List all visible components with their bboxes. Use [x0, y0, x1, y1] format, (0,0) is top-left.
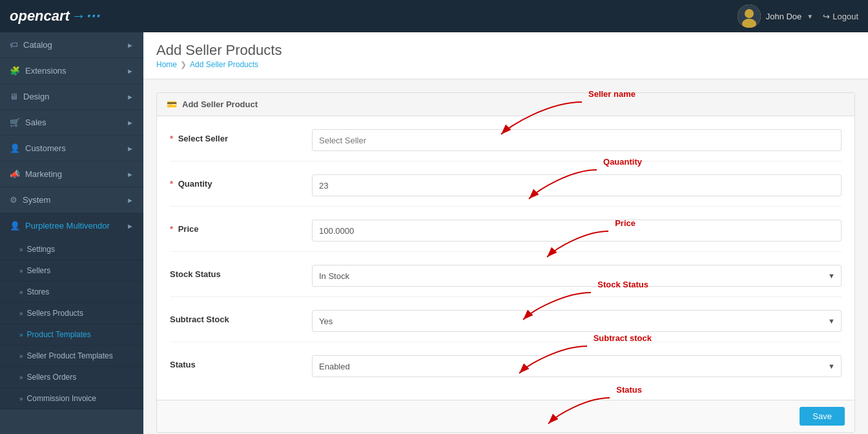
submenu-label-sellers: Sellers — [27, 266, 51, 275]
logout-icon: ↪ — [823, 12, 830, 21]
required-star: * — [170, 224, 173, 234]
sidebar-item-sellers-orders[interactable]: » Sellers Orders — [0, 367, 143, 388]
chevron-right-icon: ► — [127, 93, 134, 101]
sidebar-item-seller-product-templates[interactable]: » Seller Product Templates — [0, 346, 143, 367]
user-dropdown-icon[interactable]: ▼ — [807, 13, 813, 20]
breadcrumb-home[interactable]: Home — [156, 60, 177, 69]
form-with-annotations: Seller name Qauantity — [156, 92, 855, 433]
sub-arrow-icon: » — [19, 374, 23, 381]
form-group-stock-status: Stock Status In Stock Out Of Stock Pre-O… — [170, 265, 842, 297]
label-select-seller: * Select Seller — [170, 129, 312, 143]
label-status: Status — [170, 355, 312, 369]
logo[interactable]: opencart →⋯ — [10, 8, 99, 25]
label-price: * Price — [170, 220, 312, 234]
main-header: Add Seller Products Home ❯ Add Seller Pr… — [143, 32, 868, 79]
tag-icon: 🏷 — [10, 40, 18, 50]
sub-arrow-icon: » — [19, 353, 23, 360]
input-wrap-stock-status: In Stock Out Of Stock Pre-Order ▼ — [312, 265, 842, 287]
submenu-label-commission-invoice: Commission Invoice — [27, 394, 96, 403]
input-wrap-select-seller — [312, 129, 842, 151]
select-wrapper-subtract-stock: Yes No ▼ — [312, 310, 842, 332]
sidebar-item-marketing[interactable]: 📣 Marketing ► — [0, 161, 143, 187]
user-info: John Doe ▼ — [738, 5, 814, 28]
sidebar-label-extensions: Extensions — [25, 66, 67, 76]
sidebar-item-settings[interactable]: » Settings — [0, 239, 143, 260]
sidebar-label-design: Design — [23, 92, 49, 101]
submenu-label-stores: Stores — [27, 287, 50, 296]
sidebar-label-customers: Customers — [25, 143, 66, 153]
breadcrumb-current[interactable]: Add Seller Products — [190, 60, 258, 69]
submenu-label-settings: Settings — [27, 245, 55, 254]
cart-icon: 🛒 — [10, 118, 20, 127]
form-group-quantity: * Quantity — [170, 174, 842, 207]
sub-arrow-icon: » — [19, 310, 23, 317]
sidebar-label-sales: Sales — [25, 118, 46, 127]
select-seller-input[interactable] — [312, 129, 842, 151]
chevron-right-icon: ► — [127, 67, 134, 75]
stock-status-select[interactable]: In Stock Out Of Stock Pre-Order — [312, 265, 842, 287]
breadcrumb-separator: ❯ — [180, 60, 187, 69]
quantity-input[interactable] — [312, 174, 842, 196]
sidebar-label-system: System — [23, 195, 50, 205]
page-title: Add Seller Products — [156, 42, 282, 59]
sub-arrow-icon: » — [19, 246, 23, 253]
card-header: 💳 Add Seller Product — [157, 93, 854, 116]
puzzle-icon: 🧩 — [10, 66, 20, 76]
card-title: Add Seller Product — [182, 99, 258, 109]
sidebar: 🏷 Catalog ► 🧩 Extensions ► 🖥 Design ► 🛒 … — [0, 32, 143, 434]
subtract-stock-select[interactable]: Yes No — [312, 310, 842, 332]
sidebar-item-catalog[interactable]: 🏷 Catalog ► — [0, 32, 143, 58]
sidebar-label-purpletree: Purpletree Multivendor — [25, 221, 110, 231]
user-name: John Doe — [766, 12, 802, 21]
required-star: * — [170, 179, 173, 189]
sidebar-item-purpletree[interactable]: 👤 Purpletree Multivendor ► — [0, 213, 143, 239]
logo-icon: →⋯ — [71, 8, 99, 25]
save-button[interactable]: Save — [800, 407, 845, 426]
submenu-label-seller-product-templates: Seller Product Templates — [27, 351, 113, 360]
top-navigation: opencart →⋯ John Doe ▼ ↪ Logout — [0, 0, 868, 32]
chevron-right-icon: ► — [127, 41, 134, 49]
label-quantity: * Quantity — [170, 174, 312, 189]
form-group-status: Status Enabled Disabled ▼ — [170, 355, 842, 387]
label-subtract-stock: Subtract Stock — [170, 310, 312, 324]
logout-label: Logout — [832, 12, 858, 21]
sidebar-label-catalog: Catalog — [23, 40, 52, 50]
chevron-right-icon: ► — [127, 119, 134, 127]
sidebar-item-system[interactable]: ⚙ System ► — [0, 187, 143, 213]
form-card: 💳 Add Seller Product * Select Seller — [156, 92, 855, 433]
sidebar-item-customers[interactable]: 👤 Customers ► — [0, 136, 143, 161]
input-wrap-subtract-stock: Yes No ▼ — [312, 310, 842, 332]
chevron-right-icon: ► — [127, 222, 134, 230]
input-wrap-quantity — [312, 174, 842, 196]
sidebar-item-product-templates[interactable]: » Product Templates — [0, 324, 143, 346]
sidebar-item-sellers[interactable]: » Sellers — [0, 260, 143, 282]
person-icon: 👤 — [10, 143, 20, 153]
sidebar-item-design[interactable]: 🖥 Design ► — [0, 84, 143, 110]
form-group-subtract-stock: Subtract Stock Yes No ▼ — [170, 310, 842, 342]
topnav-right: John Doe ▼ ↪ Logout — [738, 5, 858, 28]
svg-point-1 — [745, 9, 754, 18]
monitor-icon: 🖥 — [10, 92, 18, 101]
sidebar-submenu: » Settings » Sellers » Stores » Sellers … — [0, 239, 143, 409]
sub-arrow-icon: » — [19, 267, 23, 274]
chevron-right-icon: ► — [127, 196, 134, 204]
sidebar-item-extensions[interactable]: 🧩 Extensions ► — [0, 58, 143, 84]
sidebar-item-stores[interactable]: » Stores — [0, 282, 143, 303]
sub-arrow-icon: » — [19, 331, 23, 338]
card-body: * Select Seller * Quantity — [157, 116, 854, 400]
price-input[interactable] — [312, 220, 842, 242]
input-wrap-price — [312, 220, 842, 242]
input-wrap-status: Enabled Disabled ▼ — [312, 355, 842, 377]
sidebar-item-commission-invoice[interactable]: » Commission Invoice — [0, 388, 143, 409]
status-select[interactable]: Enabled Disabled — [312, 355, 842, 377]
chevron-right-icon: ► — [127, 145, 134, 152]
form-section: Seller name Qauantity — [143, 79, 868, 434]
form-group-price: * Price — [170, 220, 842, 252]
sidebar-item-sales[interactable]: 🛒 Sales ► — [0, 110, 143, 136]
submenu-label-product-templates: Product Templates — [27, 330, 91, 339]
sidebar-item-sellers-products[interactable]: » Sellers Products — [0, 303, 143, 324]
select-wrapper-stock-status: In Stock Out Of Stock Pre-Order ▼ — [312, 265, 842, 287]
card-icon: 💳 — [167, 99, 177, 109]
submenu-label-sellers-products: Sellers Products — [27, 309, 83, 318]
logout-button[interactable]: ↪ Logout — [823, 12, 858, 21]
